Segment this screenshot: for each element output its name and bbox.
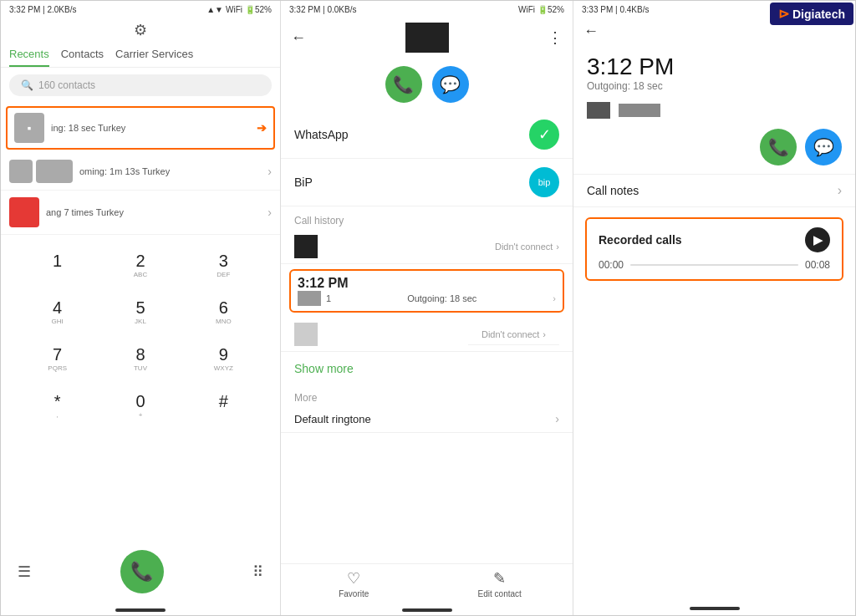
call-number: 1: [326, 293, 331, 303]
search-placeholder: 160 contacts: [38, 79, 95, 91]
recorded-calls-title: Recorded calls ▶: [599, 227, 830, 252]
search-bar[interactable]: 🔍 160 contacts: [9, 74, 272, 96]
call-history-item-1: Didn't connect ›: [281, 230, 573, 264]
recent-info-1: ing: 18 sec Turkey: [51, 123, 257, 133]
dial-key-5[interactable]: 5JKL: [100, 290, 180, 333]
call-button[interactable]: 📞: [120, 550, 164, 593]
avatar-1: ▪: [14, 113, 44, 143]
contact-avatar-placeholder: [405, 23, 449, 53]
recent-info-3: ang 7 times Turkey: [46, 207, 268, 217]
panel-contact-detail: 3:32 PM | 0.0KB/s WiFi 🔋52% ← ⋮ 📞 💬 What…: [281, 1, 573, 615]
arrow-icon-3: ›: [268, 206, 272, 219]
home-indicator-1: [115, 608, 166, 612]
menu-icon[interactable]: ☰: [18, 563, 31, 581]
search-icon: 🔍: [21, 79, 33, 91]
missed-status: Didn't connect ›: [468, 324, 559, 345]
call-notes-label: Call notes: [587, 184, 838, 197]
back-arrow-2[interactable]: ←: [291, 29, 306, 47]
recent-item-highlighted[interactable]: ▪ ing: 18 sec Turkey ➔: [6, 106, 275, 150]
edit-icon: ✎: [493, 569, 506, 588]
call-direction: Outgoing: 18 sec: [407, 293, 476, 303]
back-arrow-3[interactable]: ←: [583, 23, 599, 40]
more-options-icon[interactable]: ⋮: [548, 28, 563, 47]
call-action-button[interactable]: 📞: [385, 66, 422, 103]
dial-key-6[interactable]: 6MNO: [184, 290, 263, 333]
call-big-time: 3:12 PM: [587, 53, 842, 80]
status-time-1: 3:32 PM | 2.0KB/s: [9, 5, 76, 14]
dial-key-hash[interactable]: #: [184, 384, 263, 427]
call-history-avatar-1: [294, 235, 318, 258]
edit-contact-tab[interactable]: ✎ Edit contact: [427, 569, 573, 598]
grid-icon[interactable]: ⠿: [252, 563, 263, 581]
panel-recents: 3:32 PM | 2.0KB/s ▲▼ WiFi 🔋52% ⚙ Recents…: [1, 1, 281, 615]
call-back-button[interactable]: 📞: [760, 129, 797, 165]
dial-key-1[interactable]: 1: [18, 243, 97, 287]
bip-row[interactable]: BiP bip: [281, 159, 573, 206]
recent-item-3[interactable]: ang 7 times Turkey ›: [1, 191, 280, 235]
dial-key-3[interactable]: 3DEF: [184, 243, 263, 287]
call-time-display: 3:12 PM Outgoing: 18 sec: [573, 45, 855, 95]
avatar-2a: [9, 160, 33, 183]
logo-icon: ⊳: [778, 6, 789, 22]
arrow-icon-1: ➔: [257, 121, 267, 135]
tab-contacts[interactable]: Contacts: [61, 48, 104, 67]
message-action-button[interactable]: 💬: [432, 66, 469, 103]
panel-call-detail: 3:33 PM | 0.4KB/s WiFi 🔋52% ← 3:12 PM Ou…: [573, 1, 855, 615]
tab-carrier[interactable]: Carrier Services: [115, 48, 193, 67]
call-history-status-1: Didn't connect ›: [495, 242, 559, 252]
settings-icon[interactable]: ⚙: [134, 22, 147, 38]
home-indicator-3: [690, 607, 740, 610]
play-button[interactable]: ▶: [805, 227, 830, 252]
dial-key-4[interactable]: 4GHI: [18, 290, 97, 333]
dial-key-0[interactable]: 0+: [100, 384, 180, 427]
progress-bar: [630, 264, 798, 266]
status-bar-2: 3:32 PM | 0.0KB/s WiFi 🔋52%: [281, 1, 573, 18]
call-history-label: Call history: [281, 206, 573, 230]
chevron-right-icon-4: ›: [555, 412, 559, 425]
panel3-actions: 📞 💬: [573, 125, 855, 174]
recent-item-2[interactable]: oming: 1m 13s Turkey ›: [1, 153, 280, 191]
call-notes-chevron: ›: [838, 183, 842, 198]
dial-key-2[interactable]: 2ABC: [100, 243, 180, 287]
settings-row: ⚙: [1, 18, 280, 43]
status-icons-1: ▲▼ WiFi 🔋52%: [206, 5, 272, 14]
watermark-text: Digiatech: [792, 8, 845, 21]
avatar-3: [9, 197, 39, 227]
dialpad-grid: 1 2ABC 3DEF 4GHI 5JKL 6MNO 7PQRS 8TUV 9W…: [18, 243, 263, 427]
status-time-3: 3:33 PM | 0.4KB/s: [582, 5, 649, 14]
show-more-button[interactable]: Show more: [281, 352, 573, 385]
recent-info-2: oming: 1m 13s Turkey: [79, 166, 268, 176]
name-block-1: [587, 102, 610, 119]
favorite-tab[interactable]: ♡ Favorite: [281, 569, 427, 598]
whatsapp-label: WhatsApp: [294, 128, 519, 141]
edit-contact-label: Edit contact: [478, 589, 522, 598]
whatsapp-icon: ✓: [529, 120, 559, 150]
tabs-recents: Recents Contacts Carrier Services: [1, 43, 280, 68]
ringtone-label: Default ringtone: [294, 413, 555, 425]
missed-call-row: Didn't connect ›: [281, 318, 573, 352]
chevron-right-icon-3: ›: [543, 329, 546, 339]
highlighted-call-row[interactable]: 3:12 PM 1 Outgoing: 18 sec ›: [289, 269, 564, 313]
favorite-label: Favorite: [339, 589, 369, 598]
missed-avatar: [294, 323, 318, 346]
call-number-avatar: [298, 291, 321, 306]
bottom-tabs-2: ♡ Favorite ✎ Edit contact: [281, 563, 573, 605]
watermark: ⊳ Digiatech: [770, 3, 853, 25]
dial-key-7[interactable]: 7PQRS: [18, 337, 97, 380]
status-time-2: 3:32 PM | 0.0KB/s: [289, 5, 356, 14]
highlighted-call-time: 3:12 PM: [298, 276, 556, 291]
dial-key-9[interactable]: 9WXYZ: [184, 337, 263, 380]
progress-start: 00:00: [599, 259, 624, 271]
dial-key-star[interactable]: *,: [18, 384, 97, 427]
panel2-header: ← ⋮: [281, 18, 573, 58]
sms-button[interactable]: 💬: [805, 129, 842, 165]
tab-recents[interactable]: Recents: [9, 48, 49, 67]
dial-key-8[interactable]: 8TUV: [100, 337, 180, 380]
bip-icon: bip: [529, 167, 559, 197]
whatsapp-row[interactable]: WhatsApp ✓: [281, 111, 573, 159]
home-indicator-2: [402, 608, 452, 612]
chevron-right-icon-2: ›: [553, 293, 556, 303]
ringtone-row[interactable]: Default ringtone ›: [281, 405, 573, 433]
call-subtitle: Outgoing: 18 sec: [587, 80, 842, 92]
call-notes-row[interactable]: Call notes ›: [573, 174, 855, 207]
